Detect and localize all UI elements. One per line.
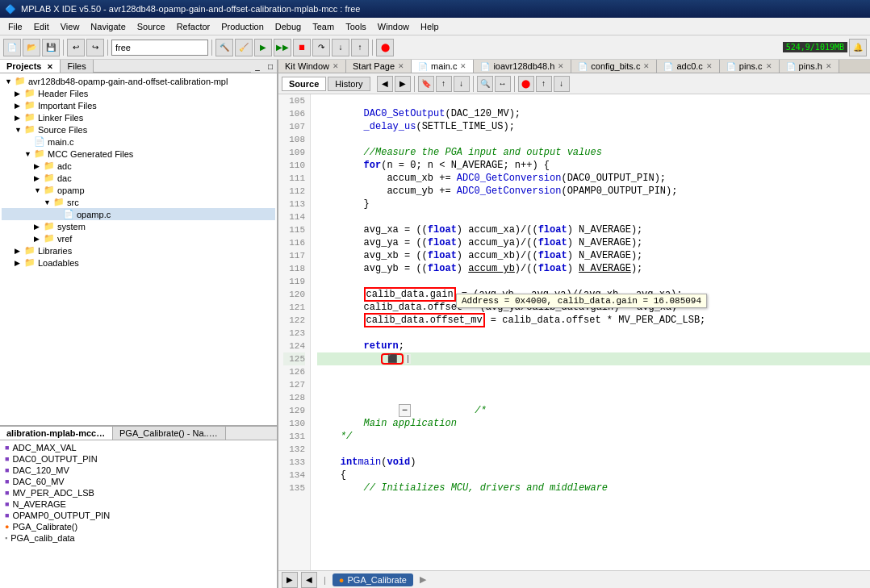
- tab-close-config[interactable]: ✕: [643, 62, 650, 70]
- pga-calibrate-label[interactable]: ● PGA_Calibrate: [333, 573, 413, 586]
- run-btn[interactable]: ▶: [254, 39, 272, 56]
- editor-tab-main-c[interactable]: 📄 main.c ✕: [412, 60, 474, 73]
- tree-adc[interactable]: ▶ 📁 adc: [2, 160, 275, 172]
- tree-src[interactable]: ▼ 📁 src: [2, 196, 275, 208]
- btn-toggle-bookmark[interactable]: 🔖: [418, 76, 434, 92]
- redo-btn[interactable]: ↪: [86, 39, 104, 56]
- tree-project-root[interactable]: ▼ 📁 avr128db48-opamp-gain-and-offset-cal…: [2, 75, 275, 87]
- tab-close-adc0[interactable]: ✕: [706, 62, 713, 70]
- btn-expand[interactable]: ▶: [282, 572, 298, 588]
- notification-btn[interactable]: 🔔: [849, 39, 867, 56]
- editor-tab-adc0[interactable]: 📄 adc0.c ✕: [657, 60, 719, 73]
- search-input[interactable]: [111, 40, 208, 56]
- tab-close-main[interactable]: ✕: [460, 62, 466, 70]
- nav-tab-calibration[interactable]: alibration-mplab-mcc ... ✕: [0, 427, 113, 440]
- tree-vref[interactable]: ▶ 📁 vref: [2, 232, 275, 244]
- menu-production[interactable]: Production: [216, 20, 269, 33]
- nav-tab-pga[interactable]: PGA_Calibrate() - Na... ✕: [113, 427, 226, 440]
- tab-projects-close[interactable]: ✕: [47, 63, 53, 71]
- tree-important-files[interactable]: ▶ 📁 Important Files: [2, 99, 275, 111]
- btn-search[interactable]: 🔍: [477, 76, 493, 92]
- open-btn[interactable]: 📂: [23, 39, 40, 56]
- panel-maximize[interactable]: □: [264, 60, 277, 73]
- editor-tab-pins-c[interactable]: 📄 pins.c ✕: [720, 60, 780, 73]
- nav-item-dac-120-mv[interactable]: ■ DAC_120_MV: [2, 465, 275, 476]
- menu-tools[interactable]: Tools: [341, 20, 371, 33]
- btn-back[interactable]: ◀: [377, 76, 393, 92]
- tree-dac[interactable]: ▶ 📁 dac: [2, 172, 275, 184]
- undo-btn[interactable]: ↩: [67, 39, 85, 56]
- tab-close-pins-h[interactable]: ✕: [826, 62, 832, 70]
- menu-edit[interactable]: Edit: [29, 20, 54, 33]
- code-content[interactable]: DAC0_SetOutput(DAC_120_MV); _delay_us(SE…: [311, 94, 870, 570]
- btn-prev-bookmark[interactable]: ↑: [436, 76, 452, 92]
- main-c-tab-icon: 📄: [418, 62, 428, 71]
- source-tab-history[interactable]: History: [328, 77, 370, 91]
- menu-team[interactable]: Team: [307, 20, 339, 33]
- tree-opamp-c[interactable]: 📄 opamp.c: [2, 208, 275, 220]
- btn-prev-breakpoint[interactable]: ↑: [536, 76, 552, 92]
- menu-view[interactable]: View: [56, 20, 85, 33]
- menu-debug[interactable]: Debug: [270, 20, 306, 33]
- btn-navigate-back[interactable]: ◀: [301, 572, 317, 588]
- btn-next-bookmark[interactable]: ↓: [454, 76, 470, 92]
- code-line-124: return;: [317, 340, 870, 352]
- btn-replace[interactable]: ↔: [495, 76, 511, 92]
- new-btn[interactable]: 📄: [3, 39, 21, 56]
- code-line-134: {: [317, 469, 870, 482]
- tree-main-c[interactable]: 📄 main.c: [2, 136, 275, 148]
- tab-projects[interactable]: Projects ✕: [0, 60, 61, 73]
- tree-source-files[interactable]: ▼ 📁 Source Files: [2, 123, 275, 136]
- clean-btn[interactable]: 🧹: [235, 39, 253, 56]
- nav-item-opamp0-output-pin[interactable]: ■ OPAMP0_OUTPUT_PIN: [2, 510, 275, 521]
- btn-forward[interactable]: ▶: [395, 76, 411, 92]
- code-editor[interactable]: 105 106 107 108 109 110 111 112 113 114 …: [278, 94, 870, 570]
- editor-tab-start-page[interactable]: Start Page ✕: [346, 60, 412, 73]
- nav-item-n-average[interactable]: ■ N_AVERAGE: [2, 498, 275, 510]
- menu-navigate[interactable]: Navigate: [86, 20, 130, 33]
- tab-close-kit[interactable]: ✕: [333, 62, 339, 70]
- tree-opamp[interactable]: ▼ 📁 opamp: [2, 184, 275, 196]
- tree-libraries[interactable]: ▶ 📁 Libraries: [2, 244, 275, 256]
- editor-tab-config-bits[interactable]: 📄 config_bits.c ✕: [571, 60, 657, 73]
- nav-item-adc-max-val[interactable]: ■ ADC_MAX_VAL: [2, 442, 275, 453]
- tree-loadables[interactable]: ▶ 📁 Loadables: [2, 256, 275, 269]
- save-btn[interactable]: 💾: [42, 39, 60, 56]
- editor-tab-pins-h[interactable]: 📄 pins.h ✕: [780, 60, 839, 73]
- menu-refactor[interactable]: Refactor: [172, 20, 215, 33]
- sep1: [63, 40, 64, 56]
- breakpoint-btn[interactable]: ⬤: [376, 39, 394, 56]
- tab-close-start[interactable]: ✕: [398, 62, 404, 70]
- source-tab-source[interactable]: Source: [282, 77, 326, 91]
- tab-files[interactable]: Files: [61, 60, 93, 73]
- nav-item-dac0-output-pin[interactable]: ■ DAC0_OUTPUT_PIN: [2, 453, 275, 465]
- btn-next-breakpoint[interactable]: ↓: [554, 76, 570, 92]
- projects-panel: Projects ✕ Files _ □ ▼ 📁 avr128db48-opam…: [0, 60, 277, 427]
- tab-close-ioavr[interactable]: ✕: [558, 62, 564, 70]
- step-over-btn[interactable]: ↷: [312, 39, 330, 56]
- tree-linker-files[interactable]: ▶ 📁 Linker Files: [2, 111, 275, 123]
- build-btn[interactable]: 🔨: [215, 39, 233, 56]
- btn-toggle-breakpoint[interactable]: ⬤: [518, 76, 534, 92]
- tree-mcc-generated[interactable]: ▼ 📁 MCC Generated Files: [2, 148, 275, 160]
- menu-window[interactable]: Window: [373, 20, 414, 33]
- debug-btn[interactable]: ▶▶: [274, 39, 291, 56]
- stop-btn[interactable]: ⏹: [293, 39, 311, 56]
- src-icon: 📁: [53, 197, 65, 207]
- code-line-132: [317, 443, 870, 456]
- step-out-btn[interactable]: ↑: [351, 39, 369, 56]
- nav-item-mv-per-adc-lsb[interactable]: ■ MV_PER_ADC_LSB: [2, 487, 275, 498]
- tree-header-files[interactable]: ▶ 📁 Header Files: [2, 87, 275, 99]
- step-into-btn[interactable]: ↓: [332, 39, 349, 56]
- editor-tab-kit-window[interactable]: Kit Window ✕: [278, 60, 346, 73]
- menu-file[interactable]: File: [3, 20, 27, 33]
- tree-system[interactable]: ▶ 📁 system: [2, 220, 275, 232]
- nav-item-dac-60-mv[interactable]: ■ DAC_60_MV: [2, 476, 275, 487]
- menu-source[interactable]: Source: [132, 20, 170, 33]
- menu-help[interactable]: Help: [416, 20, 444, 33]
- tab-close-pins-c[interactable]: ✕: [766, 62, 772, 70]
- nav-item-pga-calib-data[interactable]: ▪ PGA_calib_data: [2, 532, 275, 544]
- nav-item-pga-calibrate[interactable]: ● PGA_Calibrate(): [2, 521, 275, 532]
- editor-tab-ioavr[interactable]: 📄 ioavr128db48.h ✕: [474, 60, 571, 73]
- panel-minimize[interactable]: _: [251, 60, 264, 73]
